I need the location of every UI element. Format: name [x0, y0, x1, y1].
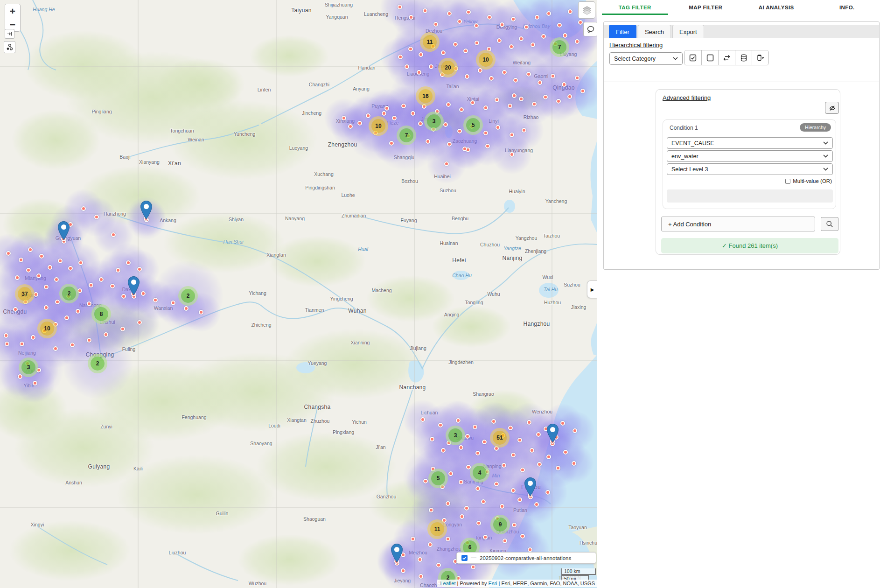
lasso-select-button[interactable]	[583, 22, 597, 36]
attribution-link[interactable]: Leaflet	[440, 581, 455, 586]
clear-list-icon	[756, 54, 764, 62]
subtab-filter[interactable]: Filter	[609, 25, 636, 38]
tab-info[interactable]: INFO.	[814, 0, 880, 15]
chevron-down-icon	[823, 154, 828, 158]
scale-metric: 100 km	[561, 568, 596, 575]
legend-layer-label: 20250902-comparative-all-annotations	[480, 555, 571, 561]
condition-level3-select[interactable]: Select Level 3	[667, 163, 833, 175]
clusters-icon	[6, 43, 13, 51]
condition-level1-select[interactable]: EVENT_CAUSE	[667, 137, 833, 149]
value-input-disabled	[667, 189, 833, 203]
hierarchical-filtering-link[interactable]: Hierarchical filtering	[609, 42, 663, 49]
level1-value: EVENT_CAUSE	[671, 140, 714, 147]
database-icon	[740, 54, 747, 62]
advanced-filtering-link[interactable]: Advanced filtering	[663, 94, 711, 101]
hide-markers-button[interactable]	[825, 102, 839, 114]
map-attribution: Leaflet | Powered by Esri | Esri, HERE, …	[437, 580, 597, 587]
deselect-all-button[interactable]	[701, 50, 718, 65]
add-condition-button[interactable]: + Add Condition	[661, 217, 815, 231]
condition-level2-select[interactable]: env_water	[667, 150, 833, 162]
category-select[interactable]: Select Category	[609, 52, 683, 65]
condition-label: Condition 1	[670, 125, 698, 131]
zoom-in-button[interactable]: +	[5, 4, 20, 18]
multi-value-label: Multi-value (OR)	[793, 178, 832, 184]
legend-checkbox[interactable]	[461, 555, 468, 561]
select-all-button[interactable]	[684, 50, 701, 65]
terrain-vegetation	[0, 30, 548, 586]
side-panel: TAG FILTER MAP FILTER AI ANALYSIS INFO. …	[597, 0, 880, 588]
basemap	[0, 0, 597, 588]
map-canvas[interactable]: ShijiazhuangTaiyuanYangquanLuanchengHeng…	[0, 0, 597, 588]
panel-tabbar: TAG FILTER MAP FILTER AI ANALYSIS INFO.	[597, 0, 880, 15]
visibility-off-icon	[828, 104, 836, 112]
zoom-control: + −	[5, 4, 21, 32]
attribution-text: | Esri, HERE, Garmin, FAO, NOAA, USGS	[497, 581, 595, 586]
attribution-text: | Powered by	[455, 581, 488, 586]
level2-value: env_water	[671, 153, 698, 160]
cluster-toggle-button[interactable]	[4, 41, 15, 53]
chevron-down-icon	[823, 141, 828, 145]
result-count-banner: ✓ Found 261 item(s)	[661, 238, 838, 253]
tab-tag-filter[interactable]: TAG FILTER	[602, 0, 668, 15]
fit-bounds-button[interactable]	[5, 29, 14, 39]
app-root: ShijiazhuangTaiyuanYangquanLuanchengHeng…	[0, 0, 880, 588]
arrow-to-bar-icon	[7, 31, 13, 37]
multi-value-checkbox[interactable]	[785, 179, 790, 184]
condition-card: Condition 1 Hierarchy EVENT_CAUSE env_wa…	[663, 119, 836, 209]
tab-map-filter[interactable]: MAP FILTER	[673, 0, 739, 15]
scale-control: 100 km 50 mi	[561, 568, 596, 581]
clear-selection-button[interactable]	[752, 50, 768, 65]
layers-icon	[582, 5, 592, 15]
subtab-export[interactable]: Export	[672, 25, 704, 38]
filter-card: Filter Search Export Hierarchical filter…	[603, 21, 880, 270]
chevron-down-icon	[673, 57, 678, 60]
checkbox-empty-icon	[706, 54, 714, 62]
tab-ai-analysis[interactable]: AI ANALYSIS	[743, 0, 810, 15]
category-select-value: Select Category	[614, 56, 656, 62]
swap-arrows-icon	[723, 55, 731, 61]
search-icon	[826, 220, 833, 228]
apply-search-button[interactable]	[821, 217, 838, 231]
swap-values-button[interactable]	[718, 50, 735, 65]
section-divider	[604, 82, 879, 82]
filter-subtabs: Filter Search Export	[604, 25, 879, 38]
chevron-down-icon	[823, 168, 828, 171]
subtab-search[interactable]: Search	[638, 25, 671, 38]
layers-control-button[interactable]	[578, 1, 595, 19]
panel-expand-toggle[interactable]: ▶	[587, 280, 597, 298]
advanced-filtering-card: Advanced filtering Condition 1 Hierarchy…	[656, 89, 840, 255]
level3-value: Select Level 3	[671, 166, 708, 173]
layer-legend: — 20250902-comparative-all-annotations	[456, 552, 596, 564]
hierarchy-badge: Hierarchy	[800, 123, 831, 132]
legend-line-symbol: —	[471, 554, 476, 561]
checkbox-checked-icon	[689, 54, 697, 62]
multi-value-row: Multi-value (OR)	[785, 178, 832, 184]
lasso-icon	[587, 25, 595, 34]
attribution-link[interactable]: Esri	[489, 581, 497, 586]
check-icon	[462, 556, 467, 560]
database-button[interactable]	[735, 50, 752, 65]
selection-toolbar	[684, 50, 769, 65]
